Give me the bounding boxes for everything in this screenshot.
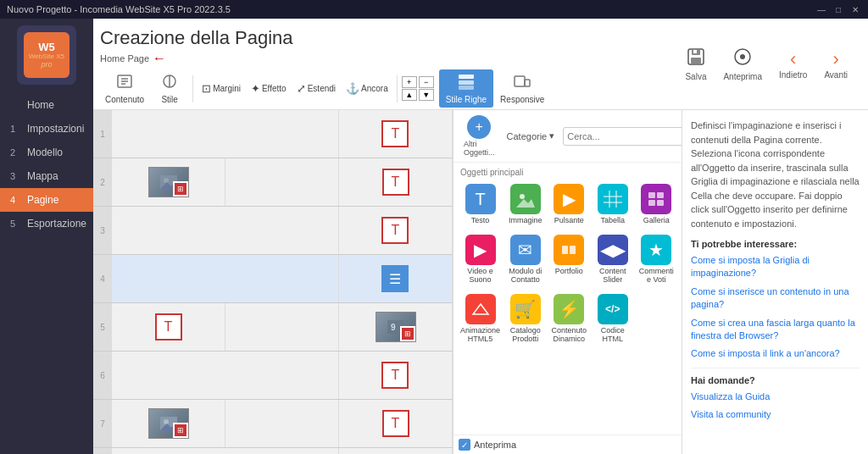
sidebar-item-home[interactable]: Home xyxy=(0,93,93,117)
cell-3-2[interactable]: T xyxy=(339,207,453,254)
cell-content-icon-5: T xyxy=(155,313,182,340)
cell-4-2[interactable]: ☰ xyxy=(339,255,453,302)
responsive-btn[interactable]: Responsive xyxy=(495,70,549,107)
cell-3-1[interactable] xyxy=(112,207,339,254)
obj-portfolio[interactable]: Portfolio xyxy=(549,231,590,287)
obj-dinamico[interactable]: ⚡ Contenuto Dinamico xyxy=(549,291,590,346)
obj-immagine[interactable]: Immagine xyxy=(505,180,545,228)
search-input[interactable] xyxy=(563,127,682,146)
info-community-link[interactable]: Visita la community xyxy=(691,408,860,421)
avanti-btn[interactable]: › Avanti xyxy=(817,47,854,81)
cell-5-3[interactable]: 9 ⊞ xyxy=(339,303,453,351)
obj-animazione[interactable]: Animazione HTML5 xyxy=(459,291,502,346)
add-row-btn[interactable]: + xyxy=(402,76,417,88)
cell-1-2[interactable]: T xyxy=(339,110,453,158)
maximize-btn[interactable]: □ xyxy=(832,3,844,15)
cell-1-1[interactable] xyxy=(112,110,339,158)
grid-row-1: 1 T xyxy=(93,110,453,158)
cell-6-1[interactable] xyxy=(112,352,339,399)
stile-righe-btn[interactable]: Stile Righe xyxy=(439,69,493,108)
page-title: Creazione della Pagina xyxy=(100,27,658,49)
sidebar-item-modello[interactable]: 2 Modello xyxy=(0,141,93,164)
salva-btn[interactable]: Salva xyxy=(678,45,713,83)
obj-galleria[interactable]: Galleria xyxy=(637,180,677,228)
avanti-icon: › xyxy=(833,48,839,70)
svg-rect-8 xyxy=(459,86,474,90)
info-link-0[interactable]: Come si imposta la Griglia di impaginazi… xyxy=(691,254,860,280)
info-link-2[interactable]: Come si crea una fascia larga quanto la … xyxy=(691,317,860,343)
effetto-btn[interactable]: ✦ Effetto xyxy=(247,80,291,97)
obj-modulo[interactable]: ✉ Modulo di Contatto xyxy=(505,231,545,287)
obj-commenti[interactable]: ★ Commenti e Voti xyxy=(637,231,677,287)
cell-2-3[interactable]: T xyxy=(339,158,453,206)
svg-rect-37 xyxy=(657,200,664,206)
obj-testo[interactable]: T Testo xyxy=(459,180,502,228)
page-grid[interactable]: 1 T 2 ⊞ xyxy=(93,110,453,454)
stile-icon xyxy=(161,73,178,94)
anteprima-btn[interactable]: Anteprima xyxy=(716,45,769,83)
svg-point-23 xyxy=(164,419,169,424)
cell-8-2[interactable]: T xyxy=(339,448,453,454)
row-cells-1: T xyxy=(112,110,453,158)
estendi-btn[interactable]: ⤢ Estendi xyxy=(292,80,340,97)
obj-video[interactable]: ▶ Video e Suono xyxy=(459,231,502,287)
breadcrumb-arrow: ← xyxy=(153,51,166,66)
cell-2-1[interactable]: ⊞ xyxy=(112,158,225,206)
indietro-btn[interactable]: ‹ Indietro xyxy=(772,47,814,81)
contenuto-btn[interactable]: Contenuto xyxy=(100,70,149,107)
sidebar-item-pagine[interactable]: 4 Pagine ➜ xyxy=(0,188,93,212)
sidebar-item-impostazioni[interactable]: 1 Impostazioni xyxy=(0,117,93,141)
cell-5-2[interactable] xyxy=(225,303,339,351)
cell-6-2[interactable]: T xyxy=(339,352,453,399)
obj-slider[interactable]: ◀▶ Content Slider xyxy=(593,231,632,287)
margini-btn[interactable]: ⊡ Margini xyxy=(198,80,245,97)
obj-catalogo[interactable]: 🛒 Catalogo Prodotti xyxy=(505,291,545,346)
ancora-btn[interactable]: ⚓ Ancora xyxy=(342,80,392,97)
move-up-btn[interactable]: ▲ xyxy=(402,89,417,101)
logo-text: W5 xyxy=(38,42,55,53)
page-title-area: Creazione della Pagina Home Page ← xyxy=(100,22,658,68)
preview-checkbox[interactable]: ✓ xyxy=(459,439,470,451)
logo-pro: pro xyxy=(41,60,52,69)
sep1 xyxy=(192,75,193,102)
sidebar-item-esportazione[interactable]: 5 Esportazione xyxy=(0,212,93,235)
modulo-icon: ✉ xyxy=(510,235,541,265)
cell-2-2[interactable] xyxy=(225,158,339,206)
app-container: W5 WebSite X5 pro Home 1 Impostazioni 2 … xyxy=(0,19,868,454)
svg-rect-39 xyxy=(562,246,568,254)
obj-codice[interactable]: </> Codice HTML xyxy=(593,291,632,346)
cell-7-2[interactable] xyxy=(225,400,339,447)
logo: W5 WebSite X5 pro xyxy=(17,25,76,85)
close-btn[interactable]: ✕ xyxy=(849,3,861,15)
altri-oggetti-btn[interactable]: + Altri Oggetti... xyxy=(460,114,498,158)
cell-5-1[interactable]: T xyxy=(112,303,225,351)
obj-pulsante[interactable]: ▶ Pulsante xyxy=(549,180,590,228)
sidebar-nav: Home 1 Impostazioni 2 Modello 3 Mappa 4 … xyxy=(0,93,93,235)
obj-tabella[interactable]: Tabella xyxy=(593,180,632,228)
grid-row-4: 4 ☰ xyxy=(93,255,453,303)
image-overlay-5: ⊞ xyxy=(400,326,415,341)
info-link-3[interactable]: Come si imposta il link a un'ancora? xyxy=(691,347,860,360)
info-link-1[interactable]: Come si inserisce un contenuto in una pa… xyxy=(691,285,860,312)
estendi-icon: ⤢ xyxy=(297,82,306,95)
categorie-btn[interactable]: Categorie ▾ xyxy=(502,127,560,145)
portfolio-icon xyxy=(554,235,584,265)
cell-content-icon-4: ☰ xyxy=(381,265,409,292)
stile-btn[interactable]: Stile xyxy=(151,70,188,107)
cell-4-1[interactable] xyxy=(112,255,339,302)
cell-8-1[interactable] xyxy=(112,448,339,454)
breadcrumb: Home Page ← xyxy=(100,51,658,66)
cell-7-1[interactable]: ⊞ xyxy=(112,400,225,447)
codice-icon: </> xyxy=(598,294,628,324)
catalogo-icon: 🛒 xyxy=(510,294,541,324)
remove-row-btn[interactable]: − xyxy=(419,76,434,88)
sidebar-item-mappa[interactable]: 3 Mappa xyxy=(0,164,93,188)
responsive-icon xyxy=(514,73,531,94)
move-down-btn[interactable]: ▼ xyxy=(419,89,434,101)
slider-icon: ◀▶ xyxy=(598,235,628,265)
info-guida-link[interactable]: Visualizza la Guida xyxy=(691,390,860,403)
minimize-btn[interactable]: — xyxy=(815,3,827,15)
svg-rect-40 xyxy=(570,246,576,254)
row-num-7: 7 xyxy=(93,400,112,447)
cell-7-3[interactable]: T xyxy=(339,400,453,447)
